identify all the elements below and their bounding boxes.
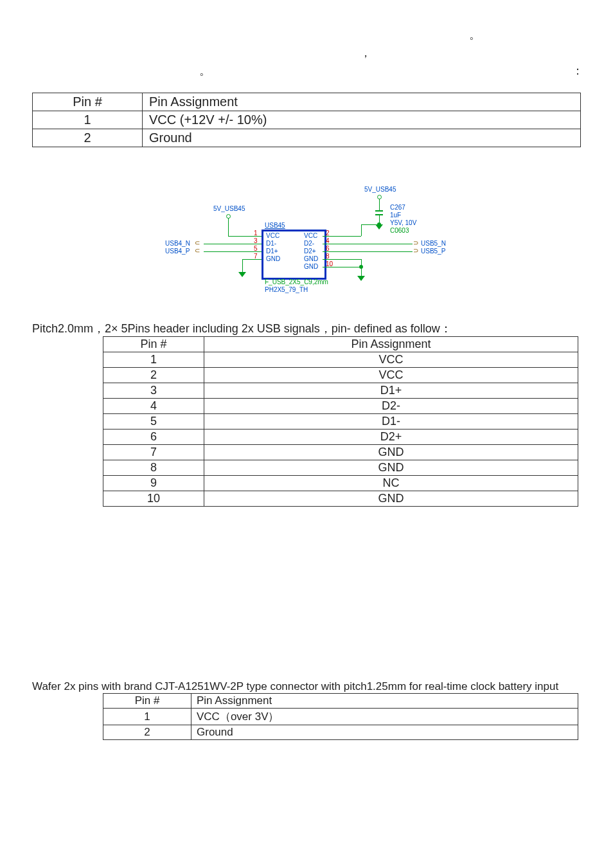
signal-label: USB5_N — [421, 240, 446, 247]
gnd-symbol — [357, 276, 365, 281]
chip-pin-label: GND — [304, 255, 318, 262]
th-pin: Pin # — [33, 93, 143, 111]
net-label: 5V_USB45 — [213, 205, 245, 212]
signal-label: USB4_P — [165, 248, 190, 255]
table-row: 5D1- — [103, 414, 578, 429]
cap-ref: C267 — [390, 204, 405, 211]
cell-pin: 6 — [103, 429, 204, 445]
cell-assign: D1+ — [204, 383, 578, 399]
cell-assign: D2+ — [204, 429, 578, 445]
cell-assign: Ground — [191, 725, 578, 740]
cell-assign: VCC（over 3V） — [191, 709, 578, 725]
cell-pin: 1 — [103, 709, 191, 725]
table-row: 7GND — [103, 445, 578, 460]
cell-assign: VCC — [204, 368, 578, 383]
table-row: 10GND — [103, 491, 578, 507]
intro-block: 。 ， 。 ： — [32, 26, 581, 90]
cap-val: 1uF — [390, 212, 401, 219]
chip-pin-label: GND — [266, 255, 280, 262]
th-pin: Pin # — [103, 694, 191, 709]
table-row: 2 Ground — [103, 725, 578, 740]
wire — [228, 236, 262, 237]
wire — [323, 244, 413, 244]
th-pin: Pin # — [103, 337, 204, 352]
footprint-label: F_USB_2X5_C9,2mm — [265, 278, 328, 285]
table-row: 8GND — [103, 460, 578, 476]
cell-assign: GND — [204, 491, 578, 507]
signal-arrow-icon: ⊂ — [195, 247, 200, 254]
th-assign: Pin Assignment — [204, 337, 578, 352]
wire — [204, 244, 262, 244]
power-pin-table: Pin # Pin Assignment 1 VCC (+12V +/- 10%… — [32, 93, 581, 147]
cell-assign: GND — [204, 445, 578, 460]
punct-colon: ： — [572, 62, 583, 80]
wire — [242, 259, 243, 272]
th-assign: Pin Assignment — [143, 93, 581, 111]
wire — [228, 218, 229, 236]
rtc-pin-table: Pin # Pin Assignment 1 VCC（over 3V） 2 Gr… — [103, 693, 578, 740]
chip-pin-label: VCC — [304, 232, 317, 239]
chip-pin-label: D1+ — [266, 248, 278, 255]
usb-schematic: 5V_USB45 C267 1uF Y5V, 10V C0603 5V_USB4… — [139, 186, 474, 308]
signal-arrow-icon: ⊃ — [413, 239, 418, 246]
table-row: 1 VCC（over 3V） — [103, 709, 578, 725]
wire — [361, 224, 362, 236]
cell-pin: 2 — [103, 368, 204, 383]
signal-arrow-icon: ⊂ — [195, 239, 200, 246]
cell-pin: 7 — [103, 445, 204, 460]
footprint-label: PH2X5_79_TH — [265, 286, 308, 293]
chip-pin-label: D1- — [266, 240, 276, 247]
cell-pin: 2 — [103, 725, 191, 740]
cap-val2: Y5V, 10V — [390, 219, 416, 226]
cell-pin: 2 — [33, 129, 143, 147]
signal-label: USB4_N — [165, 240, 190, 247]
table-row: 9NC — [103, 476, 578, 491]
table-row: 3D1+ — [103, 383, 578, 399]
cell-assign: NC — [204, 476, 578, 491]
cell-pin: 3 — [103, 383, 204, 399]
table-row: 1VCC — [103, 352, 578, 368]
cell-pin: 1 — [33, 111, 143, 129]
cell-assign: VCC — [204, 352, 578, 368]
cell-assign: VCC (+12V +/- 10%) — [143, 111, 581, 129]
chip-pin-label: VCC — [266, 232, 280, 239]
table-row: 2VCC — [103, 368, 578, 383]
table-header-row: Pin # Pin Assignment — [33, 93, 581, 111]
punct-dot-2: 。 — [199, 62, 211, 80]
cell-pin: 5 — [103, 414, 204, 429]
cell-pin: 10 — [103, 491, 204, 507]
cell-assign: D2- — [204, 399, 578, 414]
punct-comma: ， — [360, 44, 371, 62]
gnd-symbol — [238, 272, 246, 277]
wire — [204, 251, 262, 252]
net-label: 5V_USB45 — [364, 186, 396, 193]
cap-pkg: C0603 — [390, 227, 409, 234]
cell-pin: 8 — [103, 460, 204, 476]
th-assign: Pin Assignment — [191, 694, 578, 709]
wire — [323, 267, 361, 267]
table-header-row: Pin # Pin Assignment — [103, 337, 578, 352]
table-row: 1 VCC (+12V +/- 10%) — [33, 111, 581, 129]
wire — [323, 251, 413, 252]
wire — [242, 259, 262, 260]
cell-pin: 4 — [103, 399, 204, 414]
cell-assign: Ground — [143, 129, 581, 147]
table-row: 6D2+ — [103, 429, 578, 445]
cap-plate — [375, 210, 383, 212]
wire — [323, 236, 361, 237]
chip-pin-label: D2+ — [304, 248, 316, 255]
junction-dot — [377, 222, 381, 226]
junction-dot — [359, 265, 363, 269]
cell-pin: 9 — [103, 476, 204, 491]
chip-pin-label: GND — [304, 263, 318, 270]
signal-arrow-icon: ⊃ — [413, 247, 418, 254]
cell-assign: D1- — [204, 414, 578, 429]
usb-header-description: Pitch2.0mm，2× 5Pins header including 2x … — [32, 321, 581, 336]
table-header-row: Pin # Pin Assignment — [103, 694, 578, 709]
table-row: 4D2- — [103, 399, 578, 414]
cell-assign: GND — [204, 460, 578, 476]
wire — [323, 259, 361, 260]
chip-pin-label: D2- — [304, 240, 314, 247]
punct-dot-1: 。 — [469, 26, 481, 44]
cell-pin: 1 — [103, 352, 204, 368]
